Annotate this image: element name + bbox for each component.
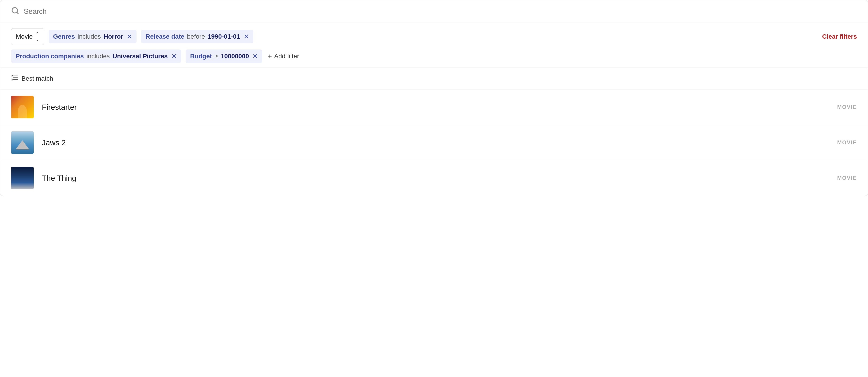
sort-label: Best match — [22, 75, 53, 82]
add-filter-label: Add filter — [274, 53, 299, 60]
release-date-filter-chip[interactable]: Release date before 1990-01-01 ✕ — [141, 30, 253, 43]
firestarter-thumbnail — [11, 96, 34, 118]
the-thing-title: The Thing — [42, 174, 829, 182]
entity-selector-label: Movie — [16, 33, 33, 40]
svg-line-1 — [17, 12, 18, 14]
production-companies-value: Universal Pictures — [113, 53, 168, 60]
budget-value: 10000000 — [221, 53, 249, 60]
release-date-field-label: Release date — [146, 33, 184, 40]
search-bar — [0, 0, 868, 23]
jaws2-title: Jaws 2 — [42, 138, 829, 147]
jaws2-type: MOVIE — [837, 139, 857, 146]
the-thing-type: MOVIE — [837, 175, 857, 181]
production-companies-field-label: Production companies — [16, 53, 84, 60]
result-item-firestarter[interactable]: Firestarter MOVIE — [0, 90, 868, 125]
genres-filter-chip[interactable]: Genres includes Horror ✕ — [49, 30, 136, 43]
production-companies-filter-close[interactable]: ✕ — [171, 53, 177, 59]
release-date-operator: before — [187, 33, 205, 40]
sort-bar[interactable]: Best match — [0, 68, 868, 90]
filter-section: Movie ⌃⌄ Genres includes Horror ✕ Releas… — [0, 23, 868, 68]
add-filter-button[interactable]: + Add filter — [267, 50, 300, 62]
clear-filters-button[interactable]: Clear filters — [822, 33, 857, 40]
production-companies-operator: includes — [87, 53, 110, 60]
add-filter-icon: + — [268, 52, 272, 61]
budget-filter-close[interactable]: ✕ — [252, 53, 258, 59]
jaws2-thumbnail — [11, 131, 34, 154]
firestarter-title: Firestarter — [42, 103, 829, 112]
result-item-jaws2[interactable]: Jaws 2 MOVIE — [0, 125, 868, 160]
release-date-filter-close[interactable]: ✕ — [244, 33, 249, 40]
filter-row-1: Movie ⌃⌄ Genres includes Horror ✕ Releas… — [11, 28, 857, 49]
the-thing-thumbnail — [11, 167, 34, 189]
main-container: Movie ⌃⌄ Genres includes Horror ✕ Releas… — [0, 0, 868, 196]
genres-field-label: Genres — [53, 33, 75, 40]
genres-value: Horror — [103, 33, 123, 40]
budget-field-label: Budget — [190, 53, 212, 60]
filter-row-2: Production companies includes Universal … — [11, 49, 857, 68]
release-date-value: 1990-01-01 — [208, 33, 240, 40]
search-icon — [11, 6, 19, 16]
production-companies-filter-chip[interactable]: Production companies includes Universal … — [11, 49, 181, 63]
genres-filter-close[interactable]: ✕ — [127, 33, 132, 40]
entity-selector[interactable]: Movie ⌃⌄ — [11, 28, 44, 45]
chevron-up-down-icon: ⌃⌄ — [35, 31, 39, 42]
genres-operator: includes — [78, 33, 101, 40]
budget-operator: ≥ — [215, 53, 218, 60]
budget-filter-chip[interactable]: Budget ≥ 10000000 ✕ — [186, 49, 262, 63]
sort-icon — [11, 74, 18, 83]
result-item-the-thing[interactable]: The Thing MOVIE — [0, 160, 868, 196]
search-input[interactable] — [24, 7, 857, 15]
firestarter-type: MOVIE — [837, 104, 857, 110]
results-list: Firestarter MOVIE Jaws 2 MOVIE The Thing… — [0, 90, 868, 196]
filter-row-1-left: Movie ⌃⌄ Genres includes Horror ✕ Releas… — [11, 28, 253, 45]
